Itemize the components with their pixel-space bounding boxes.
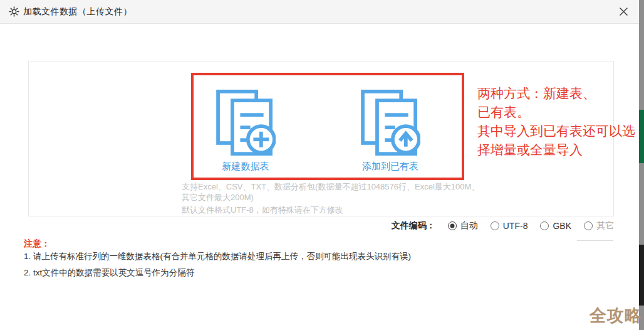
annotation-line: 择增量或全量导入 <box>477 141 641 159</box>
radio-encoding-utf8[interactable]: UTF-8 <box>491 221 528 231</box>
annotation-line: 其中导入到已有表还可以选 <box>477 122 641 141</box>
watermark-text: 全攻略 <box>589 304 642 327</box>
radio-label: 其它 <box>596 220 614 232</box>
dialog-title: 加载文件数据（上传文件） <box>23 6 132 18</box>
annotation-line: 两种方式：新建表、 <box>477 84 641 103</box>
radio-label: GBK <box>553 221 571 231</box>
notice-title: 注意： <box>24 238 50 250</box>
radio-icon <box>540 221 549 230</box>
encoding-row: 文件编码： 自动 UTF-8 GBK 其它 <box>392 218 614 233</box>
option-new-table-label: 新建数据表 <box>202 161 289 173</box>
radio-label: UTF-8 <box>503 221 528 231</box>
annotation-text: 两种方式：新建表、 已有表。 其中导入到已有表还可以选 择增量或全量导入 <box>477 84 641 159</box>
documents-plus-icon <box>216 89 276 156</box>
edge-segment <box>639 163 644 245</box>
radio-icon <box>491 221 499 230</box>
encoding-label: 文件编码： <box>392 220 435 232</box>
radio-icon <box>448 221 457 230</box>
annotation-line: 已有表。 <box>477 103 641 122</box>
radio-encoding-gbk[interactable]: GBK <box>540 221 571 231</box>
option-add-to-existing[interactable]: 添加到已有表 <box>346 89 434 173</box>
dialog-titlebar: 加载文件数据（上传文件） <box>0 0 639 24</box>
close-button[interactable] <box>616 5 630 19</box>
notice-item-1: 1. 请上传有标准行列的一维数据表格(有合并单元格的数据请处理后再上传，否则可能… <box>24 251 411 262</box>
background-app-edge <box>639 0 644 330</box>
default-encoding-hint: 默认文件格式UTF-8，如有特殊请在下方修改 <box>182 205 343 216</box>
option-add-to-existing-label: 添加到已有表 <box>346 161 434 173</box>
option-new-table[interactable]: 新建数据表 <box>202 89 289 173</box>
close-icon <box>619 7 628 16</box>
custom-encoding-input[interactable] <box>577 232 613 241</box>
supported-formats-hint: 支持Excel、CSV、TXT、数据分析包(数据量不超过1048576行、Exc… <box>182 181 479 193</box>
radio-icon <box>584 221 593 230</box>
radio-label: 自动 <box>460 220 478 232</box>
documents-upload-arrow-icon <box>360 89 420 156</box>
gear-icon <box>9 6 19 17</box>
edge-segment-dark <box>639 245 644 306</box>
radio-encoding-auto[interactable]: 自动 <box>448 220 478 232</box>
radio-encoding-other[interactable]: 其它 <box>584 220 614 232</box>
supported-formats-hint-cont: 其它文件最大200M) <box>182 192 254 203</box>
notice-item-2: 2. txt文件中的数据需要以英文逗号作为分隔符 <box>24 267 194 279</box>
